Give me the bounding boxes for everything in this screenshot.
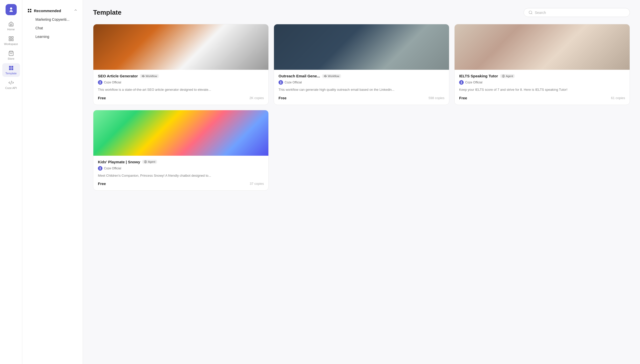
- svg-rect-11: [30, 9, 31, 10]
- svg-rect-9: [11, 68, 13, 70]
- card-desc-outreach: This workflow can generate high quality …: [279, 87, 444, 92]
- page-header: Template: [93, 8, 630, 17]
- card-body-outreach: Outreach Email Gene... Workflow Coze Off…: [274, 70, 449, 105]
- card-image-seo: [93, 24, 268, 70]
- svg-rect-6: [9, 66, 11, 68]
- svg-point-22: [280, 81, 281, 82]
- card-copies-outreach: 598 copies: [429, 96, 444, 100]
- card-copies-ielts: 61 copies: [611, 96, 625, 100]
- card-price-ielts: Free: [459, 96, 467, 100]
- svg-rect-3: [9, 39, 10, 41]
- card-author-outreach: Coze Official: [279, 80, 444, 85]
- card-author-ielts: Coze Official: [459, 80, 625, 85]
- search-icon: [528, 10, 533, 15]
- card-copies-snowy: 37 copies: [250, 182, 264, 186]
- card-title-seo: SEO Article Generator: [98, 74, 138, 78]
- card-badge-outreach: Workflow: [322, 74, 341, 78]
- card-outreach[interactable]: Outreach Email Gene... Workflow Coze Off…: [274, 24, 449, 105]
- card-footer-snowy: Free 37 copies: [98, 181, 264, 186]
- nav-coze-api-label: Coze API: [5, 86, 17, 89]
- svg-rect-7: [11, 66, 13, 68]
- grid-icon: [27, 8, 32, 13]
- main-content: Template SEO Article Generator Workflow: [83, 0, 640, 364]
- card-price-snowy: Free: [98, 181, 106, 186]
- card-image-outreach: [274, 24, 449, 70]
- nav-item-store[interactable]: Store: [2, 49, 20, 62]
- card-price-seo: Free: [98, 96, 106, 100]
- card-image-ielts: [455, 24, 630, 70]
- card-footer-ielts: Free 61 copies: [459, 96, 625, 100]
- sidebar-item-chat[interactable]: Chat: [24, 24, 81, 32]
- card-author-seo: Coze Official: [98, 80, 264, 85]
- svg-rect-8: [9, 68, 11, 70]
- svg-rect-13: [30, 11, 31, 12]
- card-body-ielts: IELTS Speaking Tutor Agent Coze Official…: [455, 70, 630, 105]
- page-title: Template: [93, 9, 121, 16]
- left-navigation: Home Workspace Store Template Coze API: [0, 0, 22, 364]
- svg-rect-4: [11, 39, 13, 41]
- author-avatar-outreach: [279, 80, 283, 85]
- svg-rect-20: [325, 75, 326, 77]
- nav-item-coze-api[interactable]: Coze API: [2, 78, 20, 92]
- sidebar: Recommended Marketing Copywriti... Chat …: [22, 0, 83, 364]
- svg-rect-16: [143, 75, 144, 77]
- cards-grid: SEO Article Generator Workflow Coze Offi…: [93, 24, 630, 191]
- nav-workspace-label: Workspace: [4, 42, 18, 46]
- card-snowy[interactable]: Kids' Playmate | Snowy Agent Coze Offici…: [93, 110, 269, 191]
- card-body-seo: SEO Article Generator Workflow Coze Offi…: [93, 70, 268, 105]
- svg-rect-19: [324, 76, 325, 77]
- svg-point-25: [461, 81, 462, 82]
- card-desc-seo: This workflow is a state-of-the-art SEO …: [98, 87, 264, 92]
- nav-home-label: Home: [7, 28, 15, 31]
- card-ielts[interactable]: IELTS Speaking Tutor Agent Coze Official…: [454, 24, 630, 105]
- svg-point-18: [100, 81, 101, 82]
- card-seo[interactable]: SEO Article Generator Workflow Coze Offi…: [93, 24, 269, 105]
- author-avatar-seo: [98, 80, 102, 85]
- card-price-outreach: Free: [279, 96, 287, 100]
- author-avatar-snowy: [98, 166, 102, 171]
- svg-rect-2: [11, 37, 13, 38]
- card-badge-seo: Workflow: [140, 74, 159, 78]
- svg-rect-15: [142, 76, 143, 77]
- search-bar[interactable]: [524, 8, 630, 17]
- svg-point-0: [10, 7, 12, 10]
- author-name-ielts: Coze Official: [465, 81, 482, 84]
- sidebar-section-recommended[interactable]: Recommended: [22, 6, 83, 15]
- card-footer-outreach: Free 598 copies: [279, 96, 444, 100]
- sidebar-item-learning[interactable]: Learning: [24, 32, 81, 41]
- author-avatar-ielts: [459, 80, 464, 85]
- card-footer-seo: Free 2K copies: [98, 96, 264, 100]
- svg-rect-17: [144, 76, 145, 77]
- card-title-ielts: IELTS Speaking Tutor: [459, 74, 498, 78]
- search-input[interactable]: [535, 11, 625, 15]
- svg-rect-21: [326, 76, 327, 77]
- card-badge-ielts: Agent: [500, 74, 515, 78]
- card-copies-seo: 2K copies: [249, 96, 264, 100]
- card-image-snowy: [93, 110, 268, 156]
- nav-item-home[interactable]: Home: [2, 19, 20, 33]
- card-desc-ielts: Keep your IELTS score of 7 and strive fo…: [459, 87, 625, 92]
- nav-store-label: Store: [8, 57, 14, 60]
- author-name-seo: Coze Official: [104, 81, 121, 84]
- card-title-snowy: Kids' Playmate | Snowy: [98, 160, 140, 164]
- svg-point-14: [529, 11, 532, 14]
- author-name-outreach: Coze Official: [285, 81, 302, 84]
- card-desc-snowy: Meet Children's Companion, Princess Snow…: [98, 173, 264, 178]
- svg-rect-1: [9, 37, 10, 38]
- nav-template-label: Template: [5, 72, 17, 75]
- svg-point-28: [100, 167, 101, 168]
- card-author-snowy: Coze Official: [98, 166, 264, 171]
- app-logo[interactable]: [6, 4, 17, 15]
- sidebar-item-marketing[interactable]: Marketing Copywriti...: [24, 15, 81, 24]
- svg-rect-10: [28, 9, 29, 10]
- nav-item-template[interactable]: Template: [2, 63, 20, 77]
- nav-item-workspace[interactable]: Workspace: [2, 34, 20, 48]
- svg-point-24: [503, 75, 504, 76]
- svg-rect-12: [28, 11, 29, 12]
- card-title-outreach: Outreach Email Gene...: [279, 74, 320, 78]
- sidebar-section-label: Recommended: [34, 9, 61, 13]
- card-badge-snowy: Agent: [142, 160, 157, 164]
- svg-point-27: [145, 161, 146, 162]
- card-body-snowy: Kids' Playmate | Snowy Agent Coze Offici…: [93, 156, 268, 191]
- author-name-snowy: Coze Official: [104, 167, 121, 170]
